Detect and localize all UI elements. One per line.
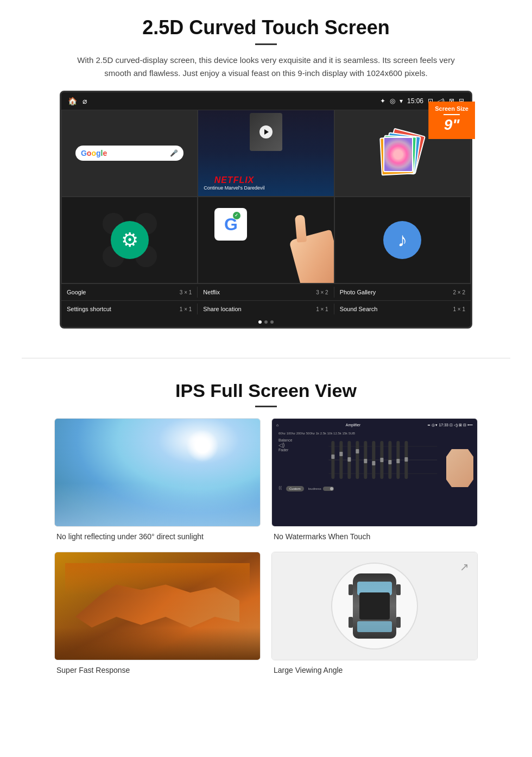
dot-2 <box>264 320 268 324</box>
hand-palm <box>289 230 334 283</box>
app-grid: Google 🎤 NETFLIX Continue Marvel's Dared… <box>61 110 471 283</box>
svg-rect-4 <box>332 455 335 459</box>
netflix-logo-text: NETFLIX <box>204 175 264 185</box>
app-google[interactable]: Google 🎤 <box>61 110 198 197</box>
netflix-play-btn[interactable] <box>259 125 273 138</box>
section1-title: 2.5D Curved Touch Screen <box>33 16 499 39</box>
share-label: Share location <box>203 306 241 312</box>
settings-grid: 1 × 1 <box>180 306 192 312</box>
section-ips: IPS Full Screen View No light reflecting… <box>0 375 532 691</box>
amp-prev: ⟨⟨ <box>278 485 282 490</box>
car-image: ↗ <box>271 552 478 660</box>
amp-title-text: Amplifier <box>346 423 360 427</box>
wheel-fl <box>349 584 353 595</box>
netflix-sub-text: Continue Marvel's Daredevil <box>204 185 264 191</box>
amplifier-image: ⌂ Amplifier ▪▪ ◎ ▾ 17:33 ⊡ ◁) ⊠ ⊟ ⟵ 60hz… <box>271 418 478 527</box>
google-grid: 3 × 1 <box>180 289 192 295</box>
flower-photo <box>383 137 413 172</box>
google-mic-icon[interactable]: 🎤 <box>170 149 178 157</box>
cheetah-bg <box>55 552 260 660</box>
app-sound-search[interactable]: ♪ <box>334 197 471 283</box>
svg-rect-9 <box>356 441 359 479</box>
car-direction-arrow: ↗ <box>460 560 469 573</box>
app-label-photos: Photo Gallery 2 × 2 <box>334 287 471 298</box>
home-icon[interactable]: 🏠 <box>68 97 77 105</box>
feature-cheetah: Super Fast Response <box>54 552 261 674</box>
svg-rect-22 <box>405 457 408 462</box>
google-label: Google <box>67 289 86 295</box>
sunlight-image <box>54 418 261 527</box>
svg-rect-10 <box>356 449 359 453</box>
google-g-icon: G ✓ <box>224 215 238 235</box>
section1-divider <box>255 43 277 45</box>
app-labels-row-2: Settings shortcut 1 × 1 Share location 1… <box>61 300 471 317</box>
status-bar: 🏠 ⌀ ✦ ◎ ▾ 15:06 ⊡ ◁) ⊠ ⊟ <box>61 92 471 110</box>
hand-finger <box>295 215 307 242</box>
badge-title: Screen Size <box>435 106 468 112</box>
app-label-google: Google 3 × 1 <box>61 287 198 298</box>
google-logo: Google <box>81 149 107 157</box>
svg-rect-6 <box>340 452 343 456</box>
app-label-share: Share location 1 × 1 <box>198 304 334 314</box>
usb-icon: ⌀ <box>83 97 87 105</box>
amp-loudness: loudness <box>308 487 334 491</box>
svg-rect-8 <box>348 457 351 462</box>
maps-icon: G ✓ <box>214 208 247 241</box>
section1-description: With 2.5D curved-display screen, this de… <box>76 54 456 80</box>
amplifier-bg: ⌂ Amplifier ▪▪ ◎ ▾ 17:33 ⊡ ◁) ⊠ ⊟ ⟵ 60hz… <box>272 419 477 526</box>
car-caption: Large Viewing Angle <box>271 666 478 674</box>
pointing-hand-sim <box>280 212 334 283</box>
wheel-fr <box>396 584 401 595</box>
settings-label: Settings shortcut <box>67 306 111 312</box>
wheel-rl <box>349 617 353 628</box>
svg-rect-20 <box>397 459 400 463</box>
page-indicator <box>61 317 471 327</box>
bluetooth-icon: ✦ <box>380 97 385 105</box>
time-display: 15:06 <box>407 97 423 105</box>
sunlight-bg <box>55 419 260 526</box>
amp-time: ▪▪ ◎ ▾ 17:33 ⊡ ◁) ⊠ ⊟ ⟵ <box>428 423 473 427</box>
svg-rect-18 <box>389 460 392 464</box>
app-share-location[interactable]: G ✓ <box>198 197 334 283</box>
sunlight-caption: No light reflecting under 360° direct su… <box>54 532 261 541</box>
photos-grid: 2 × 2 <box>453 289 465 295</box>
netflix-label-text: Netflix <box>203 289 220 295</box>
status-bar-left: 🏠 ⌀ <box>68 97 87 105</box>
badge-divider <box>444 114 460 115</box>
device-mockup: 🏠 ⌀ ✦ ◎ ▾ 15:06 ⊡ ◁) ⊠ ⊟ <box>60 91 472 329</box>
dot-3 <box>270 320 274 324</box>
car-rear-window <box>357 621 392 632</box>
sound-label: Sound Search <box>340 306 378 312</box>
fader-label: Fader <box>278 448 292 452</box>
svg-rect-3 <box>332 441 335 479</box>
share-grid: 1 × 1 <box>316 306 328 312</box>
amp-custom-btn[interactable]: Custom <box>286 486 304 491</box>
section2-title: IPS Full Screen View <box>33 380 499 401</box>
dot-1 <box>258 320 262 324</box>
feature-grid: No light reflecting under 360° direct su… <box>54 418 478 674</box>
app-settings[interactable]: ⚙ <box>61 197 198 283</box>
touch-hand <box>446 449 473 487</box>
sound-icon-wrap: ♪ <box>383 221 421 259</box>
google-search-bar[interactable]: Google 🎤 <box>75 146 183 161</box>
sunlight-rays <box>186 430 219 462</box>
app-labels-row: Google 3 × 1 Netflix 3 × 2 Photo Gallery… <box>61 283 471 300</box>
location-icon: ◎ <box>390 97 395 105</box>
eq-chart <box>295 438 471 482</box>
wifi-icon: ▾ <box>400 97 403 105</box>
section-curved-touch: 2.5D Curved Touch Screen With 2.5D curve… <box>0 0 532 342</box>
netflix-grid: 3 × 2 <box>316 289 328 295</box>
cheetah-caption: Super Fast Response <box>54 666 261 674</box>
settings-icon-wrap: ⚙ <box>111 221 149 259</box>
gear-icon: ⚙ <box>121 229 138 251</box>
feature-amplifier: ⌂ Amplifier ▪▪ ◎ ▾ 17:33 ⊡ ◁) ⊠ ⊟ ⟵ 60hz… <box>271 418 478 541</box>
balance-label: Balance <box>278 438 292 442</box>
badge-size: 9" <box>444 116 460 133</box>
music-note-icon: ♪ <box>397 229 407 251</box>
app-netflix[interactable]: NETFLIX Continue Marvel's Daredevil <box>198 110 334 197</box>
netflix-label: NETFLIX Continue Marvel's Daredevil <box>204 175 264 191</box>
photo-stack <box>381 131 424 175</box>
photos-label: Photo Gallery <box>340 289 376 295</box>
svg-rect-13 <box>372 441 376 479</box>
app-label-sound: Sound Search 1 × 1 <box>334 304 471 314</box>
